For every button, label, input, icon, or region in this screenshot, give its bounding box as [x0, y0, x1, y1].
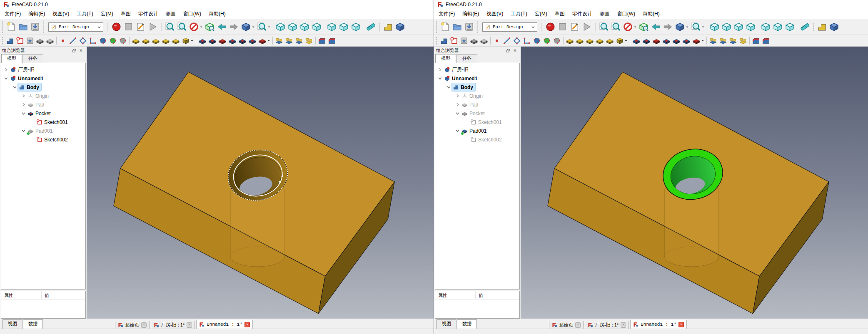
view-axonometric-button[interactable] — [274, 21, 287, 32]
create-sketch-button[interactable] — [449, 36, 459, 45]
toolbar-grip[interactable] — [160, 23, 162, 31]
additive-primitive-button[interactable] — [615, 36, 629, 45]
tree-item-body[interactable]: Body — [1, 83, 85, 92]
3d-scene[interactable] — [87, 47, 434, 319]
sketch-tool-disabled-2-button[interactable] — [479, 36, 489, 45]
tab-tasks[interactable]: 任务 — [456, 54, 477, 63]
measure-distance-button[interactable] — [799, 21, 811, 32]
toolbar-grip[interactable] — [43, 21, 45, 33]
close-tab-icon[interactable]: ✕ — [678, 322, 684, 327]
fit-selection-button[interactable] — [176, 21, 188, 32]
menu-item-3[interactable]: 工具(T) — [73, 9, 97, 19]
zoom-tools-button[interactable] — [256, 21, 272, 32]
close-tab-icon[interactable]: ✕ — [187, 322, 192, 328]
menu-item-7[interactable]: 测量 — [596, 9, 614, 19]
view-top-button[interactable] — [733, 21, 745, 32]
tab-view[interactable]: 视图 — [2, 319, 22, 329]
tree-item-pad[interactable]: Pad — [435, 100, 519, 109]
chamfer-button[interactable] — [761, 36, 771, 45]
tree-item-pad001[interactable]: Pad001 — [1, 126, 85, 135]
chevron-expanded-icon[interactable] — [446, 84, 451, 90]
menu-item-4[interactable]: 宏(M) — [531, 9, 551, 19]
workbench-selector[interactable]: Part Design — [482, 22, 537, 32]
multitransform-button[interactable] — [304, 36, 314, 45]
sketch-tool-disabled-2-button[interactable] — [45, 36, 55, 45]
menu-item-8[interactable]: 窗口(W) — [614, 9, 639, 19]
menu-item-5[interactable]: 草图 — [551, 9, 569, 19]
float-panel-button[interactable] — [504, 47, 511, 54]
chevron-expanded-icon[interactable] — [454, 111, 460, 116]
macro-stop-button[interactable] — [122, 21, 135, 32]
chevron-expanded-icon[interactable] — [454, 128, 460, 134]
menu-item-6[interactable]: 零件设计 — [135, 9, 162, 19]
linear-pattern-button[interactable] — [284, 36, 294, 45]
menu-item-3[interactable]: 工具(T) — [507, 9, 531, 19]
chevron-expanded-icon[interactable] — [20, 111, 26, 116]
menu-item-0[interactable]: 文件(F) — [435, 9, 459, 19]
toolbar-grip[interactable] — [541, 23, 543, 31]
float-panel-button[interactable] — [70, 47, 77, 54]
fit-all-button[interactable] — [598, 21, 610, 32]
rotate-view-button[interactable] — [674, 21, 690, 32]
part-tool-yellow-button[interactable] — [382, 21, 394, 32]
tree-item-plant-old[interactable]: 厂房-旧 — [435, 65, 519, 74]
view-rear-button[interactable] — [326, 21, 338, 32]
tab-data[interactable]: 数据 — [457, 319, 477, 329]
groove-button[interactable] — [651, 36, 661, 45]
local-coordinate-system-button[interactable] — [88, 36, 98, 45]
close-tab-icon[interactable]: ✕ — [621, 322, 626, 328]
tree-item-plant-old[interactable]: 厂房-旧 — [1, 65, 85, 74]
mirrored-button[interactable] — [274, 36, 284, 45]
zoom-tools-button[interactable] — [690, 21, 706, 32]
chamfer-button[interactable] — [327, 36, 337, 45]
additive-pipe-button[interactable] — [595, 36, 605, 45]
part-tool-yellow-button[interactable] — [816, 21, 828, 32]
mirrored-button[interactable] — [708, 36, 718, 45]
shape-binder-button[interactable] — [532, 36, 542, 45]
macro-edit-button[interactable] — [135, 21, 147, 32]
macro-play-button[interactable] — [147, 21, 159, 32]
toolbar-grip[interactable] — [477, 21, 479, 33]
close-panel-button[interactable]: ✕ — [77, 47, 85, 54]
additive-primitive-button[interactable] — [181, 36, 195, 45]
menu-item-2[interactable]: 视图(V) — [49, 9, 73, 19]
polar-pattern-button[interactable] — [728, 36, 738, 45]
document-tab-0[interactable]: 起始页✕ — [115, 321, 150, 329]
datum-point-button[interactable] — [58, 36, 68, 45]
document-tab-2[interactable]: Unnamed1 : 1*✕ — [630, 320, 687, 329]
polar-pattern-button[interactable] — [294, 36, 304, 45]
pad-button[interactable] — [565, 36, 575, 45]
create-body-button[interactable] — [5, 36, 15, 45]
menu-item-9[interactable]: 帮助(H) — [639, 9, 663, 19]
tab-model[interactable]: 模型 — [1, 54, 22, 63]
close-tab-icon[interactable]: ✕ — [244, 322, 250, 327]
tree-item-pad001[interactable]: Pad001 — [435, 126, 519, 135]
pad-button[interactable] — [131, 36, 141, 45]
rotate-view-button[interactable] — [240, 21, 256, 32]
fit-all-button[interactable] — [164, 21, 176, 32]
view-axonometric-button[interactable] — [708, 21, 721, 32]
subtractive-helix-button[interactable] — [681, 36, 691, 45]
nav-forward-button[interactable] — [662, 21, 674, 32]
save-file-button[interactable] — [463, 21, 475, 32]
macro-edit-button[interactable] — [569, 21, 581, 32]
nav-back-button[interactable] — [650, 21, 662, 32]
chevron-collapsed-icon[interactable] — [20, 102, 26, 108]
new-file-button[interactable] — [439, 21, 451, 32]
create-body-button[interactable] — [439, 36, 449, 45]
additive-helix-button[interactable] — [605, 36, 615, 45]
3d-viewport[interactable] — [87, 47, 434, 319]
tab-tasks[interactable]: 任务 — [22, 54, 43, 63]
macro-record-button[interactable] — [544, 21, 556, 32]
menu-item-9[interactable]: 帮助(H) — [205, 9, 229, 19]
menu-item-4[interactable]: 宏(M) — [97, 9, 117, 19]
menu-item-2[interactable]: 视图(V) — [483, 9, 507, 19]
sub-shape-binder-button[interactable] — [108, 36, 118, 45]
tab-model[interactable]: 模型 — [435, 54, 456, 63]
part-tool-blue-button[interactable] — [828, 21, 840, 32]
tree-item-pad[interactable]: Pad — [1, 100, 85, 109]
view-left-button[interactable] — [350, 21, 362, 32]
menu-item-6[interactable]: 零件设计 — [569, 9, 596, 19]
tab-view[interactable]: 视图 — [436, 319, 456, 329]
sketch-tool-disabled-1-button[interactable] — [469, 36, 479, 45]
